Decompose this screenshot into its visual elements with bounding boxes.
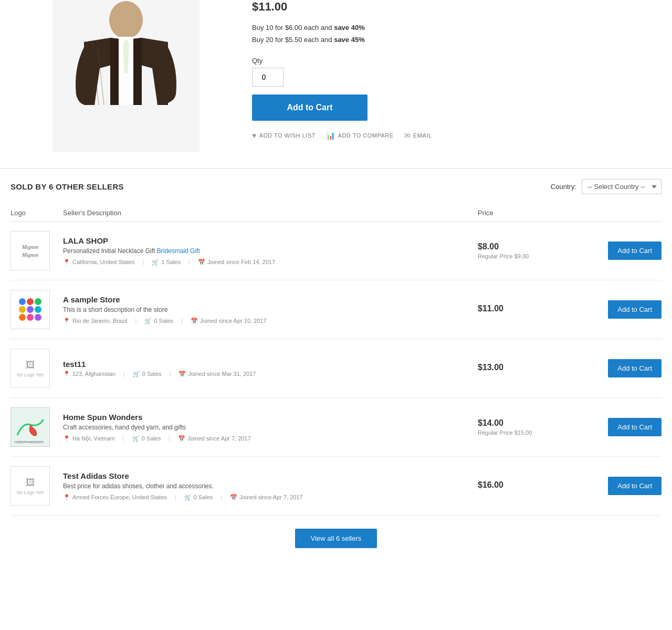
seller-tagline: Craft accessories, hand dyed yarn, and g… (63, 424, 467, 431)
calendar-icon: 📅 (230, 494, 237, 501)
seller-action: Add to Cart (583, 242, 662, 260)
cart-icon: 🛒 (144, 318, 152, 324)
add-to-cart-button[interactable]: Add to Cart (608, 418, 662, 436)
seller-meta: 📍 Hà Nội, Vietnam | 🛒 0 Sales | 📅 Joined… (63, 435, 467, 442)
seller-action: Add to Cart (583, 359, 662, 377)
qty-section: Qty (252, 57, 662, 87)
seller-meta: 📍 123, Afghanistan | 🛒 0 Sales | 📅 Joine… (63, 371, 467, 377)
seller-sales: 🛒 0 Sales (133, 371, 162, 377)
bulk-pricing-section: Buy 10 for $6.00 each and save 40% Buy 2… (252, 22, 662, 46)
seller-meta: 📍 Rio de Janeiro, Brazil | 🛒 0 Sales | 📅… (63, 318, 467, 324)
svg-point-0 (109, 1, 143, 39)
seller-logo: HOMESPUNWONDERS (10, 407, 50, 447)
calendar-icon: 📅 (178, 435, 185, 442)
bulk-price-row-1: Buy 10 for $6.00 each and save 40% (252, 22, 662, 34)
bulk-price-row-2: Buy 20 for $5.50 each and save 45% (252, 34, 662, 46)
seller-regular-price: Regular Price $15.00 (478, 429, 583, 436)
seller-description: Home Spun Wonders Craft accessories, han… (63, 413, 478, 442)
country-label: Country: (551, 183, 576, 191)
seller-location: 📍 123, Afghanistan (63, 371, 116, 377)
product-info-panel: $11.00 Buy 10 for $6.00 each and save 40… (242, 0, 662, 152)
seller-price-column: $14.00 Regular Price $15.00 (478, 418, 583, 436)
seller-joined: 📅 Joined since Apr 10, 2017 (191, 318, 267, 324)
sellers-header: SOLD BY 6 OTHER SELLERS Country: -- Sele… (10, 179, 662, 194)
seller-action: Add to Cart (583, 418, 662, 436)
seller-location: 📍 Rio de Janeiro, Brazil (63, 318, 128, 324)
seller-description: test11 📍 123, Afghanistan | 🛒 0 Sales | … (63, 360, 478, 377)
calendar-icon: 📅 (178, 371, 186, 377)
location-icon: 📍 (63, 435, 70, 442)
table-row: A sample Store This is a short descripti… (10, 280, 662, 339)
seller-joined: 📅 Joined since Mar 31, 2017 (178, 371, 256, 377)
seller-logo: MignonMignon (10, 231, 50, 270)
heart-icon: ♥ (252, 131, 257, 140)
col-description: Seller's Description (63, 209, 478, 217)
compare-link[interactable]: 📊 ADD TO COMPARE (326, 131, 394, 140)
seller-sales: 🛒 0 Sales (144, 318, 173, 324)
qty-label: Qty (252, 57, 662, 65)
seller-price: $16.00 (478, 480, 583, 490)
cart-icon: 🛒 (133, 371, 140, 377)
product-price: $11.00 (252, 0, 662, 14)
seller-regular-price: Regular Price $9.00 (478, 253, 583, 259)
add-to-cart-button[interactable]: Add to Cart (608, 477, 662, 495)
table-row: MignonMignon LALA SHOP Personalized Init… (10, 222, 662, 280)
location-icon: 📍 (63, 371, 70, 377)
cart-icon: 🛒 (152, 259, 159, 266)
seller-name: LALA SHOP (63, 236, 467, 245)
seller-price: $14.00 (478, 418, 583, 428)
col-logo: Logo (10, 209, 63, 217)
seller-location: 📍 Hà Nội, Vietnam (63, 435, 115, 442)
country-select[interactable]: -- Select Country -- United States Brazi… (582, 179, 662, 194)
add-to-cart-button[interactable]: Add to Cart (608, 242, 662, 260)
svg-rect-7 (119, 39, 133, 105)
seller-description: Test Adidas Store Best price for adidas … (63, 471, 478, 501)
seller-description: LALA SHOP Personalized Initial Necklace … (63, 236, 478, 266)
seller-price-column: $8.00 Regular Price $9.00 (478, 242, 583, 259)
location-icon: 📍 (63, 318, 70, 324)
table-row: 🖼 No Logo Yet! Test Adidas Store Best pr… (10, 457, 662, 516)
add-to-cart-button[interactable]: Add to Cart (608, 300, 662, 319)
sellers-title: SOLD BY 6 OTHER SELLERS (10, 182, 124, 191)
seller-price-column: $11.00 (478, 304, 583, 315)
seller-sales: 🛒 1 Sales (152, 259, 181, 266)
calendar-icon: 📅 (198, 259, 205, 266)
sellers-section: SOLD BY 6 OTHER SELLERS Country: -- Sele… (0, 169, 672, 564)
seller-tagline: This is a short description of the store (63, 306, 467, 313)
table-row: HOMESPUNWONDERS Home Spun Wonders Craft … (10, 398, 662, 457)
view-all-button[interactable]: View all 6 sellers (295, 529, 377, 548)
seller-tagline: Personalized Initial Necklace Gift Bride… (63, 247, 467, 255)
email-icon: ✉ (404, 131, 411, 140)
seller-sales: 🛒 0 Sales (184, 494, 213, 501)
seller-action: Add to Cart (583, 300, 662, 319)
seller-name: test11 (63, 360, 467, 369)
seller-location: 📍 California, United States (63, 259, 135, 266)
seller-name: A sample Store (63, 295, 467, 304)
seller-name: Home Spun Wonders (63, 413, 467, 422)
seller-logo: 🖼 No Logo Yet! (10, 349, 50, 388)
wish-list-link[interactable]: ♥ ADD TO WISH LIST (252, 131, 316, 140)
seller-price: $11.00 (478, 304, 583, 313)
seller-description: A sample Store This is a short descripti… (63, 295, 478, 324)
country-filter: Country: -- Select Country -- United Sta… (551, 179, 662, 194)
sellers-list: MignonMignon LALA SHOP Personalized Init… (10, 222, 662, 516)
compare-icon: 📊 (326, 131, 335, 140)
email-link[interactable]: ✉ EMAIL (404, 131, 432, 140)
seller-meta: 📍 Armed Forces Europe, United States | 🛒… (63, 494, 467, 501)
product-image-container (10, 0, 242, 152)
col-price: Price (478, 209, 583, 217)
seller-price-column: $13.00 (478, 363, 583, 374)
view-all-section: View all 6 sellers (10, 516, 662, 553)
cart-icon: 🛒 (184, 494, 192, 501)
cart-icon: 🛒 (132, 435, 140, 442)
seller-tagline: Best price for adidas shoses, clother an… (63, 482, 467, 490)
seller-joined: 📅 Joined since Apr 7, 2017 (230, 494, 302, 501)
seller-location: 📍 Armed Forces Europe, United States (63, 494, 167, 501)
qty-input[interactable] (252, 68, 284, 87)
seller-joined: 📅 Joined since Feb 14, 2017 (198, 259, 275, 266)
seller-name: Test Adidas Store (63, 471, 467, 480)
add-to-cart-button[interactable]: Add to Cart (608, 359, 662, 377)
location-icon: 📍 (63, 259, 70, 266)
seller-sales: 🛒 0 Sales (132, 435, 161, 442)
add-to-cart-main-button[interactable]: Add to Cart (252, 94, 368, 121)
